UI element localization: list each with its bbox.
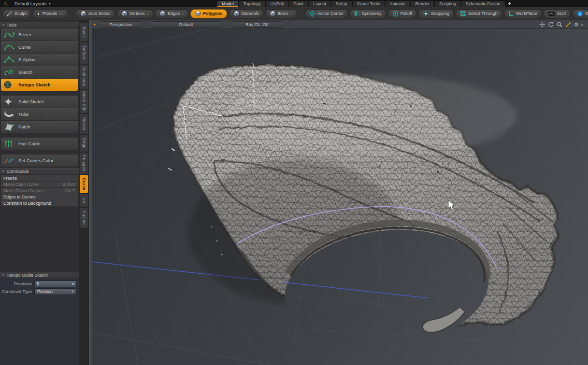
presets-label: Presets <box>43 11 57 16</box>
pan-icon[interactable] <box>539 22 545 28</box>
snapping-button[interactable]: Snapping <box>418 9 454 18</box>
sculpt-button[interactable]: Sculpt <box>2 9 31 18</box>
command-freeze[interactable]: Freeze <box>1 175 78 182</box>
tool-curve-label: Curve <box>18 44 30 50</box>
constraint-type-dropdown[interactable]: Position ▾ <box>34 288 76 295</box>
layout-switcher[interactable]: Default Layouts ▾ <box>14 0 51 7</box>
chevron-down-icon: ▾ <box>72 290 73 294</box>
presets-button[interactable]: ◐ Presets F6 <box>33 9 68 18</box>
vtab-fusion[interactable]: Fusion <box>80 208 88 228</box>
command-freeze-label: Freeze <box>3 176 17 181</box>
command-edges-to-curves-label: Edges to Curves <box>3 195 36 199</box>
vtab-curve[interactable]: Curve <box>80 175 88 193</box>
precision-field[interactable]: 5 ◂▸ <box>34 281 76 287</box>
slik-button[interactable]: SLIK <box>544 9 571 18</box>
tool-b-spline[interactable]: B-Spline <box>1 54 78 66</box>
materials-button[interactable]: Materials <box>229 9 264 18</box>
tab-setup[interactable]: Setup <box>331 1 352 7</box>
orbit-icon[interactable] <box>548 22 554 28</box>
vtab-duplicate[interactable]: Duplicate <box>80 65 88 89</box>
sketch-icon <box>3 69 15 76</box>
edges-shortcut: 2 <box>182 12 184 16</box>
more-options-caret-icon[interactable]: ▸ <box>581 22 584 27</box>
vtab-vertex[interactable]: Vertex <box>80 114 88 134</box>
action-center-button[interactable]: Action Center <box>305 9 348 18</box>
spinner-arrows-icon[interactable]: ◂▸ <box>72 282 74 286</box>
home-icon[interactable]: ⌂ <box>3 0 7 7</box>
symmetry-button[interactable]: Symmetry <box>350 9 386 18</box>
solid-sketch-icon <box>3 98 15 106</box>
panel-splitter[interactable] <box>89 20 92 365</box>
vertices-button[interactable]: Vertices 1 <box>117 9 153 18</box>
vtab-basic[interactable]: Basic <box>80 23 88 42</box>
command-make-open-curve-shortcut: Shift-O <box>63 182 75 187</box>
solid-tools-group: Solid Sketch Tube Patch <box>1 96 78 133</box>
vtab-uv[interactable]: UV <box>80 194 88 207</box>
tool-set-curves-color-label: Set Curves Color <box>18 158 53 163</box>
materials-label: Materials <box>242 11 259 16</box>
workplane-button[interactable]: WorkPlane <box>504 9 542 18</box>
commands-section-header[interactable]: ▾ Commands <box>0 168 79 174</box>
view-type-dropdown[interactable]: Perspective <box>99 21 143 28</box>
tools-section-header[interactable]: ▾ Tools <box>0 22 79 28</box>
mirror-icon <box>354 11 360 16</box>
viewport-3d: ▸ Perspective Default Ray GL: Off ⚙ ▸ <box>89 20 588 365</box>
tool-tube-label: Tube <box>18 112 29 117</box>
select-through-button[interactable]: Select Through <box>456 9 502 18</box>
falloff-button[interactable]: Falloff <box>388 9 416 18</box>
vtab-deform[interactable]: Deform <box>80 42 88 64</box>
main-toolbar: Sculpt ◐ Presets F6 Auto Select Vertices… <box>0 7 588 20</box>
edges-button[interactable]: Edges 2 <box>155 9 188 18</box>
tab-paint[interactable]: Paint <box>289 1 308 7</box>
retopo-guide-sketch-header[interactable]: ▾ Retopo Guide Sketch <box>0 272 79 278</box>
auto-select-button[interactable]: Auto Select <box>76 9 115 18</box>
tool-solid-sketch[interactable]: Solid Sketch <box>1 96 78 108</box>
tab-uvedit[interactable]: UVEdit <box>266 1 288 7</box>
tab-topology[interactable]: Topology <box>239 1 265 7</box>
command-constrain-to-background[interactable]: Constrain to Background <box>1 200 78 207</box>
auto-select-label: Auto Select <box>88 11 111 16</box>
tab-model[interactable]: Model <box>217 1 238 7</box>
vtab-mesh-edit[interactable]: Mesh Edit <box>80 90 88 113</box>
scale-icon[interactable] <box>565 22 571 28</box>
command-make-closed-curves-shortcut: Ctrl-P <box>65 188 75 193</box>
items-button[interactable]: Items 5 <box>265 9 297 18</box>
set-curves-color-icon <box>3 156 15 165</box>
viewport-menu-caret-icon[interactable]: ▸ <box>94 22 96 27</box>
command-make-open-curve[interactable]: Make Open Curve Shift-O <box>1 182 78 188</box>
constraint-type-label: Constraint Type <box>0 289 34 294</box>
polygons-button[interactable]: Polygons <box>190 9 227 18</box>
raygl-dropdown[interactable]: Ray GL: Off <box>230 21 284 28</box>
precision-value: 5 <box>37 281 39 286</box>
dash-export-label: Dash Export <box>585 11 588 16</box>
dash-export-button[interactable]: D Dash Export <box>573 9 588 18</box>
tool-retopo-sketch[interactable]: Retopo Sketch <box>1 79 78 91</box>
command-make-closed-curves[interactable]: Make Closed Curves Ctrl-P <box>1 188 78 194</box>
shading-preset-dropdown[interactable]: Default <box>150 21 222 28</box>
tab-game-tools[interactable]: Game Tools <box>353 1 385 7</box>
tool-curve[interactable]: Curve <box>1 41 78 54</box>
layout-switcher-label: Default Layouts <box>14 1 46 6</box>
bezier-icon <box>3 31 15 39</box>
tool-sketch[interactable]: Sketch <box>1 66 78 79</box>
tab-animate[interactable]: Animate <box>386 1 410 7</box>
settings-gear-icon[interactable]: ⚙ <box>574 22 579 28</box>
tool-hair-guide[interactable]: Hair Guide <box>1 138 78 150</box>
add-tab-button[interactable]: + <box>506 0 514 7</box>
tool-patch[interactable]: Patch <box>1 121 78 133</box>
items-shortcut: 5 <box>290 12 292 16</box>
tool-set-curves-color[interactable]: Set Curves Color <box>1 154 78 167</box>
tab-schematic-fusion[interactable]: Schematic Fusion <box>461 1 505 7</box>
command-make-open-curve-label: Make Open Curve <box>3 182 39 187</box>
tab-render[interactable]: Render <box>411 1 434 7</box>
magnify-icon[interactable] <box>557 22 562 28</box>
tab-scripting[interactable]: Scripting <box>435 1 460 7</box>
vtab-edge[interactable]: Edge <box>80 135 88 152</box>
viewport-canvas[interactable] <box>89 29 588 365</box>
command-edges-to-curves[interactable]: Edges to Curves <box>1 194 78 200</box>
patch-icon <box>3 123 15 131</box>
tool-tube[interactable]: Tube <box>1 108 78 121</box>
vtab-polygon[interactable]: Polygon <box>80 153 88 174</box>
tab-layout[interactable]: Layout <box>309 1 330 7</box>
tool-bezier[interactable]: Bezier <box>1 28 78 41</box>
